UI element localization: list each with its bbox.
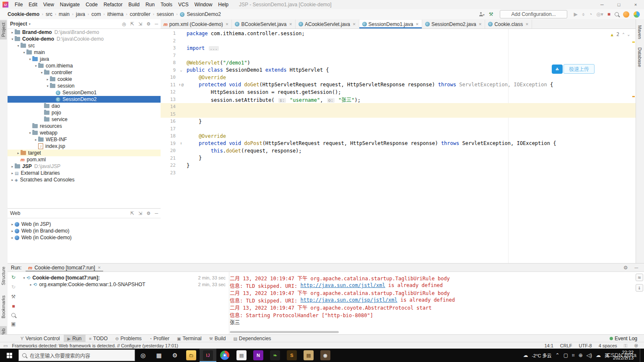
notification-icon[interactable]: ▭: [3, 343, 8, 349]
close-icon[interactable]: ✕: [226, 22, 229, 26]
tree-chevron-icon[interactable]: ▸: [10, 222, 15, 226]
breadcrumb-item[interactable]: ithiema: [106, 11, 125, 18]
plugin-blue-icon[interactable]: [634, 11, 640, 18]
override-marker-icon[interactable]: ↑: [180, 141, 182, 145]
tree-row[interactable]: ▾controller: [8, 69, 161, 76]
tree-row[interactable]: ▾src: [8, 42, 161, 49]
override-marker-icon[interactable]: ↑: [179, 83, 181, 87]
search-everywhere-icon[interactable]: [615, 12, 619, 16]
menu-view[interactable]: View: [40, 0, 57, 9]
code-editor[interactable]: 1package com.ithiema.controller.session;…: [161, 29, 636, 263]
taskbar-app-explorer[interactable]: 🗀: [183, 349, 200, 362]
web-list-item[interactable]: ▸Web (in JSP): [8, 221, 161, 228]
line-separator[interactable]: CRLF: [560, 343, 572, 349]
taskbar-app-green[interactable]: ❧: [267, 349, 283, 362]
rerun-icon[interactable]: ↻: [11, 274, 16, 280]
tree-row[interactable]: ▸JSPD:\java\JSP: [8, 163, 161, 170]
menu-file[interactable]: File: [12, 0, 26, 9]
taskbar-app-word[interactable]: ▤: [233, 349, 250, 362]
netdisk-upload-label[interactable]: 极速上传: [564, 64, 595, 74]
status-message[interactable]: Frameworks detected: Web framework is de…: [12, 343, 178, 348]
menu-refactor[interactable]: Refactor: [101, 0, 125, 9]
tree-row[interactable]: ▸▤External Libraries: [8, 170, 161, 176]
tree-row[interactable]: pojo: [8, 109, 161, 116]
breadcrumb-item[interactable]: Cookie-demo: [6, 11, 41, 18]
tree-row[interactable]: ▾webapp: [8, 129, 161, 136]
menu-window[interactable]: Window: [192, 0, 216, 9]
gear-icon[interactable]: ⚙: [146, 21, 151, 27]
menu-navigate[interactable]: Navigate: [57, 0, 83, 9]
tool-window-button-terminal[interactable]: ▣Terminal: [173, 335, 205, 342]
rerun-failed-icon[interactable]: ↻: [11, 284, 16, 290]
tree-chevron-icon[interactable]: ▸: [10, 178, 15, 182]
netdisk-upload-widget[interactable]: ☘ 极速上传: [552, 64, 595, 74]
collapse-all-icon[interactable]: ⇱: [130, 21, 134, 27]
code-line[interactable]: 18 @Override: [161, 132, 636, 140]
ime-indicator[interactable]: 英: [605, 352, 609, 359]
build-hammer-icon[interactable]: ⚒: [489, 11, 493, 17]
chevron-down-icon[interactable]: ▾: [29, 22, 31, 26]
breadcrumb-item[interactable]: CSessionDemo2: [178, 11, 222, 18]
code-line[interactable]: 21 }: [161, 155, 636, 162]
show-desktop-button[interactable]: [640, 349, 642, 362]
netdisk-icon[interactable]: ☘: [552, 65, 563, 74]
taskbar-app-idea[interactable]: IJ: [200, 349, 216, 362]
globe-icon[interactable]: ⊕: [579, 352, 583, 358]
menu-vcs[interactable]: VCS: [175, 0, 192, 9]
next-problem-icon[interactable]: ⌄: [628, 32, 630, 36]
start-button[interactable]: [0, 349, 18, 362]
close-icon[interactable]: ✕: [353, 22, 356, 26]
code-line[interactable]: 20 this.doGet(request, response);: [161, 147, 636, 155]
tool-window-button-version-control[interactable]: ϒVersion Control: [17, 335, 64, 342]
cloud-sync-icon[interactable]: ☁: [596, 352, 601, 358]
run-config-tab[interactable]: m Cookie-demo [tomcat7:run] ✕: [26, 264, 103, 272]
stop-icon[interactable]: ■: [12, 303, 15, 309]
tool-window-button-profiler[interactable]: ◔Profiler: [145, 335, 173, 342]
code-line[interactable]: 17: [161, 125, 636, 133]
breadcrumb-item[interactable]: java: [74, 11, 87, 18]
tool-stripe-database[interactable]: Database: [636, 45, 643, 70]
tool-window-button-build[interactable]: ⚒Build: [205, 335, 230, 342]
coverage-icon[interactable]: ◎▾: [596, 11, 603, 17]
warning-stripe-mark[interactable]: [632, 41, 635, 43]
tree-row[interactable]: ▸target: [8, 150, 161, 156]
tree-chevron-icon[interactable]: ▾: [22, 276, 26, 280]
hide-panel-icon[interactable]: ─: [634, 265, 638, 271]
tree-row[interactable]: Jindex.jsp: [8, 143, 161, 150]
tree-row[interactable]: CSessionDemo2: [8, 96, 161, 103]
gear-icon[interactable]: ⚙: [623, 265, 628, 271]
stop-icon[interactable]: ■: [608, 11, 610, 17]
tree-chevron-icon[interactable]: ▾: [45, 84, 50, 88]
indent-setting[interactable]: 4 spaces: [599, 343, 617, 349]
tree-row[interactable]: resources: [8, 123, 161, 129]
code-line[interactable]: 14: [161, 103, 636, 111]
tray-expand-icon[interactable]: ⌃: [556, 352, 560, 358]
tree-chevron-icon[interactable]: ▾: [28, 131, 32, 135]
breadcrumb-item[interactable]: src: [44, 11, 54, 18]
editor-tab[interactable]: CBCookieServlet.java✕: [232, 20, 296, 28]
code-line[interactable]: 3import ...: [161, 44, 636, 52]
tree-row[interactable]: dao: [8, 103, 161, 109]
code-line[interactable]: 12 HttpSession session = request.getSess…: [161, 88, 636, 96]
code-line[interactable]: 1package com.ithiema.controller.session;: [161, 30, 636, 37]
code-line[interactable]: 13 session.setAttribute( s: "username", …: [161, 96, 636, 103]
tree-row[interactable]: ▸cookie: [8, 76, 161, 83]
tree-chevron-icon[interactable]: ▸: [10, 229, 15, 233]
code-line[interactable]: 19↑ protected void doPost(HttpServletReq…: [161, 140, 636, 147]
tree-chevron-icon[interactable]: ▸: [34, 138, 38, 142]
tree-chevron-icon[interactable]: ▾: [39, 71, 44, 75]
close-icon[interactable]: ✕: [98, 266, 101, 270]
menu-help[interactable]: Help: [215, 0, 231, 9]
annotation-gutter-icon[interactable]: @: [182, 83, 184, 87]
run-tree-row[interactable]: ▾⟲Cookie-demo [tomcat7:run]:2 min, 33 se…: [19, 274, 229, 281]
tree-row[interactable]: ▸WEB-INF: [8, 136, 161, 143]
tree-chevron-icon[interactable]: ▾: [16, 44, 21, 48]
tree-chevron-icon[interactable]: ▸: [10, 171, 15, 175]
editor-tab[interactable]: CCookie.class✕: [485, 20, 532, 28]
expand-all-icon[interactable]: ⇲: [138, 211, 142, 216]
close-icon[interactable]: ✕: [525, 22, 529, 26]
locate-icon[interactable]: ◎: [122, 21, 126, 27]
run-tree-row[interactable]: ▸⟲org.example:Cookie-demo:war:1.0-SNAPSH…: [19, 281, 229, 288]
taskbar-app-onenote[interactable]: N: [250, 349, 267, 362]
tree-row[interactable]: ▸Brand-demoD:\java\Brand-demo: [8, 29, 161, 36]
